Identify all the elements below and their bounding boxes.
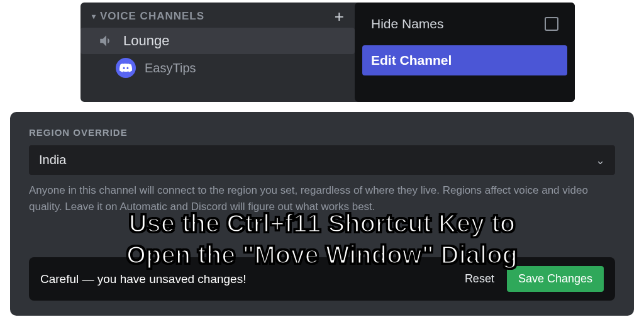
speaker-icon — [98, 33, 114, 49]
unsaved-message: Careful — you have unsaved changes! — [40, 272, 452, 286]
region-override-help: Anyone in this channel will connect to t… — [29, 182, 615, 214]
checkbox-icon[interactable] — [545, 17, 558, 31]
region-override-value: India — [39, 153, 66, 167]
channel-category-header[interactable]: ▾ VOICE CHANNELS + — [80, 8, 355, 28]
channel-panel: ▾ VOICE CHANNELS + Lounge EasyTips Hide … — [80, 3, 575, 102]
avatar — [116, 58, 136, 78]
chevron-down-icon: ▾ — [92, 12, 96, 21]
voice-channel-label: Lounge — [123, 33, 169, 49]
region-override-label: REGION OVERRIDE — [29, 127, 615, 138]
menu-edit-channel[interactable]: Edit Channel — [362, 45, 567, 75]
settings-panel: REGION OVERRIDE India ⌄ Anyone in this c… — [10, 112, 634, 316]
voice-channel-item[interactable]: Lounge — [80, 28, 355, 54]
channel-list: ▾ VOICE CHANNELS + Lounge EasyTips — [80, 3, 355, 102]
menu-hide-names[interactable]: Hide Names — [362, 9, 567, 39]
voice-user-label: EasyTips — [145, 61, 196, 75]
region-override-dropdown[interactable]: India ⌄ — [29, 145, 615, 175]
category-label: VOICE CHANNELS — [100, 10, 204, 23]
chevron-down-icon: ⌄ — [596, 153, 605, 167]
reset-button[interactable]: Reset — [465, 272, 494, 286]
add-channel-icon[interactable]: + — [335, 13, 345, 21]
voice-user-item[interactable]: EasyTips — [80, 54, 355, 82]
discord-logo-icon — [119, 62, 132, 74]
menu-hide-names-label: Hide Names — [371, 16, 444, 31]
context-menu: Hide Names Edit Channel — [355, 3, 575, 102]
save-changes-button[interactable]: Save Changes — [507, 266, 604, 292]
unsaved-changes-bar: Careful — you have unsaved changes! Rese… — [29, 257, 615, 301]
menu-edit-channel-label: Edit Channel — [371, 53, 452, 68]
